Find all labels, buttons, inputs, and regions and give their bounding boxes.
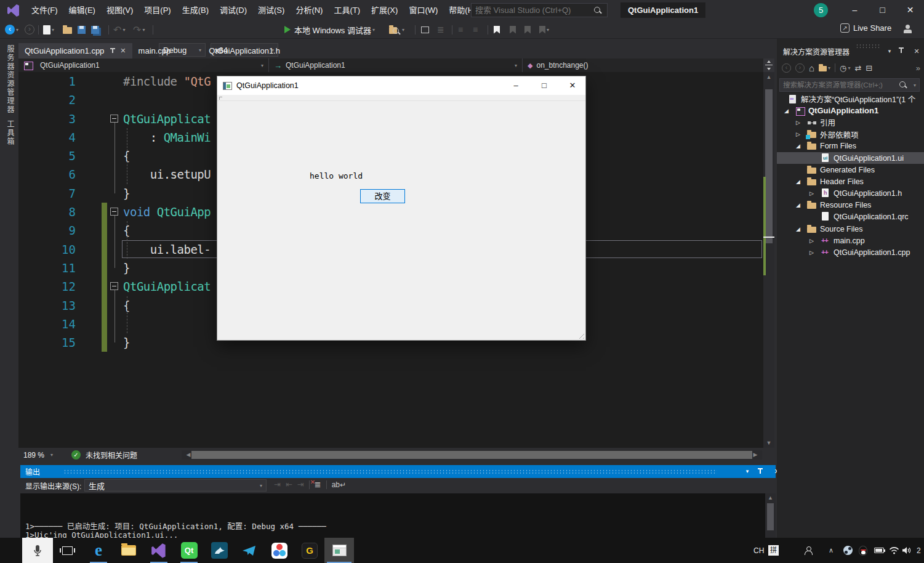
tree-expander-icon[interactable] xyxy=(796,143,807,149)
taskbar-qt-creator-button[interactable]: Qt xyxy=(175,538,203,563)
toggle-word-wrap-icon[interactable]: ab↵ xyxy=(332,480,346,489)
output-vertical-scrollbar[interactable]: ▲ xyxy=(765,493,776,538)
qt-change-button[interactable]: 改变 xyxy=(360,189,405,203)
scrollbar-thumb[interactable] xyxy=(191,451,752,459)
tree-item[interactable]: Source Files xyxy=(777,223,924,235)
menu-item[interactable]: 视图(V) xyxy=(101,0,139,20)
document-tab[interactable]: QtGuiApplication1.cpp ✕ xyxy=(18,43,132,59)
redo-button[interactable]: ↷▾ xyxy=(133,23,145,36)
pin-tab-icon[interactable] xyxy=(110,47,115,55)
solution-search-input[interactable] xyxy=(780,81,899,89)
tree-item[interactable]: 外部依赖项 xyxy=(777,129,924,140)
wifi-tray-button[interactable] xyxy=(889,538,899,563)
tree-item[interactable]: 解决方案“QtGuiApplication1”(1 个 xyxy=(777,93,924,105)
tree-expander-icon[interactable] xyxy=(796,179,807,185)
minimize-button[interactable]: – xyxy=(841,0,869,20)
battery-tray-button[interactable] xyxy=(874,538,884,563)
menu-item[interactable]: 生成(B) xyxy=(177,0,214,20)
ime-mode-button[interactable]: 拼 xyxy=(768,538,779,563)
decrease-indent-button[interactable]: ≡ xyxy=(458,23,463,36)
taskbar-g-app-button[interactable]: G xyxy=(295,538,324,563)
output-source-dropdown[interactable]: 生成▾ xyxy=(84,479,267,492)
tree-expander-icon[interactable] xyxy=(810,249,821,256)
menu-item[interactable]: 调试(D) xyxy=(214,0,252,20)
side-tab[interactable]: 服务器资源管理器 xyxy=(5,45,15,114)
member-dropdown[interactable]: ◆ on_btnchange()▾ xyxy=(523,59,774,72)
collapse-all-icon[interactable]: ⊟ xyxy=(866,63,872,73)
tree-expander-icon[interactable] xyxy=(796,226,807,232)
taskbar-explorer-button[interactable] xyxy=(114,538,143,563)
pending-changes-filter-icon[interactable]: ◷▾ xyxy=(840,63,850,73)
tree-expander-icon[interactable] xyxy=(796,202,807,208)
qt-maximize-button[interactable]: □ xyxy=(534,76,555,95)
new-file-button[interactable]: ▾ xyxy=(43,23,54,36)
previous-message-icon[interactable]: ⇤ xyxy=(286,480,292,489)
taskbar-active-qt-window-button[interactable] xyxy=(324,538,354,563)
qt-close-button[interactable]: ✕ xyxy=(562,76,583,95)
window-position-icon[interactable]: ▾ xyxy=(741,465,754,478)
close-panel-icon[interactable]: ✕ xyxy=(910,44,923,58)
menu-item[interactable]: 窗口(W) xyxy=(403,0,443,20)
tree-item[interactable]: 引用 xyxy=(777,116,924,128)
menu-item[interactable]: 扩展(X) xyxy=(366,0,403,20)
clock[interactable]: 2 xyxy=(917,538,921,563)
menu-item[interactable]: 编辑(E) xyxy=(63,0,101,20)
goto-message-icon[interactable]: ⇥ xyxy=(274,480,281,489)
search-icon[interactable] xyxy=(593,6,602,15)
fold-collapse-icon[interactable] xyxy=(110,282,118,290)
undo-button[interactable]: ↶▾ xyxy=(113,23,125,36)
back-icon[interactable]: ‹ xyxy=(782,63,791,73)
scrollbar-thumb[interactable] xyxy=(765,89,773,243)
quick-search-box[interactable] xyxy=(471,3,608,17)
tree-expander-icon[interactable] xyxy=(810,190,821,196)
save-all-button[interactable] xyxy=(91,23,99,36)
navigate-back-button[interactable]: ‹▾ xyxy=(5,23,18,36)
close-tab-icon[interactable]: ✕ xyxy=(120,47,126,55)
show-hidden-icons-button[interactable]: ∧ xyxy=(829,538,834,563)
tree-item[interactable]: QtGuiApplication1.h xyxy=(777,188,924,200)
chevron-down-icon[interactable]: ▾ xyxy=(914,83,916,88)
home-icon[interactable]: ⌂ xyxy=(809,63,814,73)
voice-search-button[interactable] xyxy=(22,538,53,563)
forward-icon[interactable]: › xyxy=(795,63,805,73)
volume-tray-button[interactable] xyxy=(902,538,912,563)
next-bookmark-button[interactable] xyxy=(524,23,531,36)
scroll-up-icon[interactable]: ▲ xyxy=(763,74,774,80)
tree-item[interactable]: Form Files xyxy=(777,140,924,152)
tree-item[interactable]: Resource Files xyxy=(777,200,924,211)
split-editor-handle[interactable] xyxy=(763,59,774,72)
toggle-bookmark-button[interactable] xyxy=(494,23,500,36)
maximize-button[interactable]: □ xyxy=(869,0,896,20)
tree-expander-icon[interactable] xyxy=(810,238,821,244)
tree-item[interactable]: Generated Files xyxy=(777,164,924,176)
side-tab[interactable]: 工具箱 xyxy=(5,120,15,146)
fold-collapse-icon[interactable] xyxy=(110,208,118,216)
qt-resize-grip[interactable] xyxy=(577,331,584,339)
qt-window-titlebar[interactable]: QtGuiApplication1 xyxy=(217,76,585,95)
type-dropdown[interactable]: → QtGuiApplication1▾ xyxy=(269,59,523,72)
editor-horizontal-scrollbar[interactable]: ◀ ▶ xyxy=(182,450,762,460)
editor-vertical-scrollbar[interactable]: ▲ ▼ xyxy=(763,72,774,448)
zoom-level-dropdown[interactable]: 189 % ▾ xyxy=(18,451,58,460)
taskbar-mysql-button[interactable] xyxy=(205,538,233,563)
save-button[interactable] xyxy=(78,23,86,36)
scrollbar-thumb[interactable] xyxy=(767,503,774,530)
start-debugging-button[interactable]: 本地 Windows 调试器 ▾ xyxy=(284,23,375,36)
tree-item[interactable]: QtGuiApplication1.cpp xyxy=(777,246,924,258)
people-tray-button[interactable] xyxy=(804,538,813,563)
document-tab[interactable]: main.cpp xyxy=(132,43,203,59)
close-button[interactable]: ✕ xyxy=(896,0,924,20)
fold-collapse-icon[interactable] xyxy=(110,115,118,123)
taskbar-color-app-button[interactable] xyxy=(265,538,294,563)
taskbar-visual-studio-button[interactable] xyxy=(145,538,173,563)
menu-item[interactable]: 项目(P) xyxy=(139,0,176,20)
steam-tray-button[interactable] xyxy=(843,538,853,563)
search-icon[interactable] xyxy=(899,81,907,89)
overflow-icon[interactable]: » xyxy=(916,63,920,73)
language-indicator[interactable]: CH xyxy=(753,538,764,563)
clear-all-output-icon[interactable]: ≣ xyxy=(315,480,321,489)
tree-expander-icon[interactable] xyxy=(796,119,807,126)
previous-bookmark-button[interactable] xyxy=(510,23,516,36)
taskbar-edge-button[interactable]: e xyxy=(84,538,113,563)
clear-bookmarks-button[interactable]: ▾ xyxy=(539,23,549,36)
